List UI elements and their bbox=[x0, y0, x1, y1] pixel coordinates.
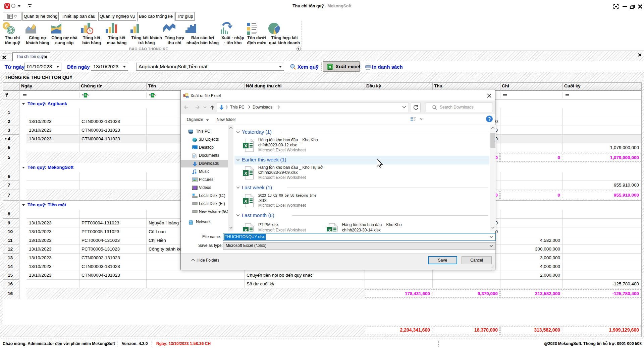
svg-text:x: x bbox=[329, 65, 331, 69]
svg-text:X: X bbox=[244, 143, 247, 148]
svg-text:X: X bbox=[328, 228, 331, 232]
svg-text:€: € bbox=[5, 23, 8, 28]
svg-text:X: X bbox=[244, 199, 247, 204]
svg-text:X: X bbox=[244, 171, 247, 176]
svg-text:$: $ bbox=[9, 27, 12, 33]
svg-text:X: X bbox=[244, 228, 247, 232]
